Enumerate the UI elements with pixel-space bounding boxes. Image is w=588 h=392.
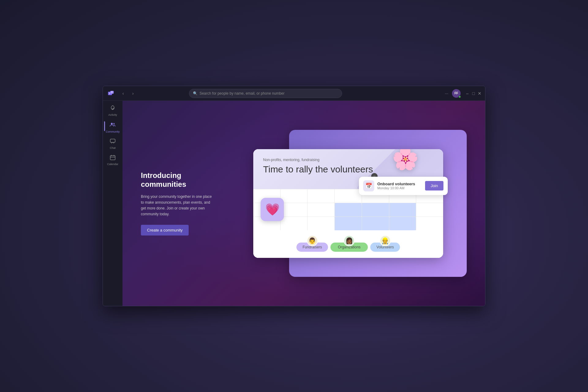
minimize-button[interactable]: – (466, 92, 469, 95)
avatar-volunteers: 👷 (380, 235, 391, 246)
svg-text:T: T (111, 91, 113, 94)
meeting-banner: 📅 Onboard volunteers Monday 10:00 AM Joi… (359, 177, 448, 195)
avatar-organizations: 👩🏾 (344, 235, 355, 246)
category-fundraisers: 👨 Fundraisers (296, 236, 328, 252)
categories-row: 👨 Fundraisers 👩🏾 Organizations 👷 Volunte… (253, 230, 443, 258)
intro-title: Introducing communities (141, 171, 214, 189)
sidebar-label-activity: Activity (108, 113, 117, 116)
create-community-button[interactable]: Create a community (141, 225, 189, 236)
meeting-time: Monday 10:00 AM (377, 186, 422, 190)
search-bar[interactable]: 🔍 Search for people by name, email, or p… (189, 89, 342, 98)
more-options-button[interactable]: ··· (443, 90, 450, 97)
avatar[interactable]: FF (452, 89, 461, 98)
main-illustration-card: Non-profits, mentoring, fundraising Time… (253, 149, 443, 258)
avatar-fundraisers: 👨 (307, 235, 318, 246)
intro-section: Introducing communities Bring your commu… (141, 171, 214, 235)
svg-point-4 (111, 123, 113, 125)
category-volunteers: 👷 Volunteers (370, 236, 400, 252)
svg-text:T: T (109, 92, 111, 95)
heart-icon-box: 💗 (261, 198, 284, 221)
maximize-button[interactable]: □ (472, 92, 475, 95)
plant-decoration: 🌸 (392, 149, 419, 171)
window-controls: – □ ✕ (466, 92, 481, 95)
svg-point-5 (113, 123, 115, 125)
intro-description: Bring your community together in one pla… (141, 194, 214, 217)
community-icon (109, 121, 116, 130)
sidebar-label-community: Community (106, 130, 120, 133)
meeting-info: Onboard volunteers Monday 10:00 AM (377, 182, 422, 190)
search-icon: 🔍 (193, 91, 198, 96)
close-button[interactable]: ✕ (478, 92, 481, 95)
content-area: Introducing communities Bring your commu… (123, 101, 485, 306)
main-content: Activity Community (103, 101, 485, 306)
app-window: T T ‹ › 🔍 Search for people by name, ema… (103, 86, 485, 306)
activity-icon (110, 105, 116, 113)
svg-rect-6 (110, 139, 115, 142)
svg-rect-7 (110, 156, 115, 160)
sidebar-label-chat: Chat (110, 146, 115, 149)
app-logo: T T (107, 89, 115, 98)
search-placeholder: Search for people by name, email, or pho… (199, 91, 285, 96)
meeting-icon: 📅 (363, 180, 374, 191)
calendar-icon (110, 154, 116, 162)
meeting-title: Onboard volunteers (377, 182, 422, 186)
sidebar: Activity Community (103, 101, 123, 306)
sidebar-item-community[interactable]: Community (104, 119, 121, 135)
sidebar-item-activity[interactable]: Activity (104, 103, 121, 118)
active-bar (104, 121, 105, 131)
category-organizations: 👩🏾 Organizations (330, 236, 368, 252)
join-button[interactable]: Join (425, 181, 443, 190)
titlebar: T T ‹ › 🔍 Search for people by name, ema… (103, 86, 485, 101)
nav-controls: ‹ › (119, 89, 137, 98)
sidebar-item-calendar[interactable]: Calendar (104, 153, 121, 168)
sidebar-label-calendar: Calendar (107, 163, 119, 166)
back-button[interactable]: ‹ (119, 89, 127, 98)
online-indicator (458, 96, 461, 98)
forward-button[interactable]: › (129, 89, 137, 98)
titlebar-right: ··· FF – □ ✕ (443, 89, 481, 98)
chat-icon (110, 138, 116, 146)
sidebar-item-chat[interactable]: Chat (104, 136, 121, 151)
